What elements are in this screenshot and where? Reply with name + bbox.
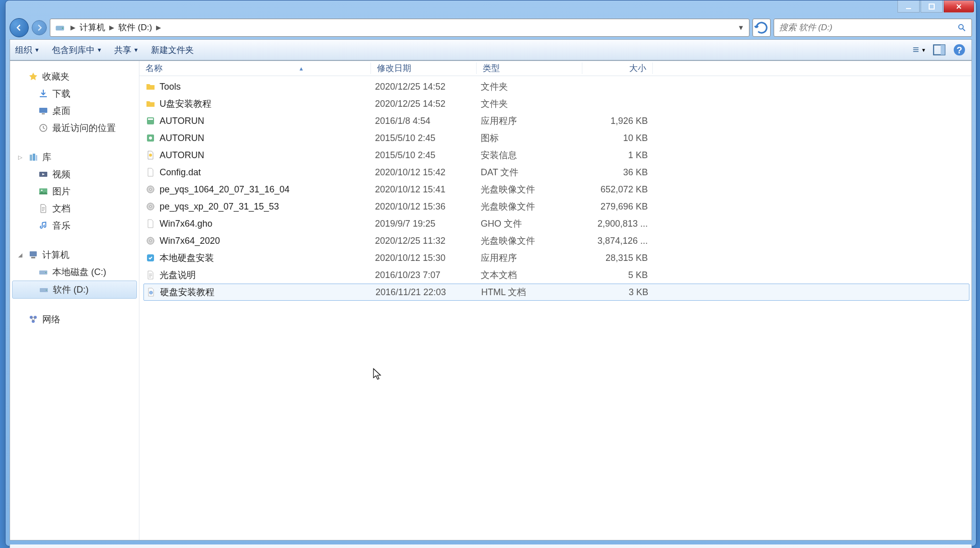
file-date-cell: 2020/10/12 15:36 xyxy=(375,201,481,212)
minimize-button[interactable] xyxy=(897,1,920,13)
maximize-button[interactable] xyxy=(921,1,943,13)
sidebar-item-pictures[interactable]: 图片 xyxy=(10,183,139,200)
file-row[interactable]: 本地硬盘安装2020/10/12 15:30应用程序28,315 KB xyxy=(139,249,971,266)
file-name-label: pe_yqs_xp_20_07_31_15_53 xyxy=(160,201,279,212)
file-row[interactable]: 光盘说明2016/10/23 7:07文本文档5 KB xyxy=(139,266,971,284)
close-button[interactable] xyxy=(944,1,974,13)
file-row[interactable]: Win7x64.gho2019/9/7 19:25GHO 文件2,900,813… xyxy=(139,215,971,232)
sidebar-computer[interactable]: ◢计算机 xyxy=(10,246,139,263)
column-header-name[interactable]: 名称▲ xyxy=(139,62,371,74)
svg-point-34 xyxy=(149,136,152,140)
file-date-cell: 2020/12/25 11:32 xyxy=(375,236,481,246)
share-button[interactable]: 共享▼ xyxy=(114,44,139,56)
file-type-cell: 光盘映像文件 xyxy=(481,200,586,213)
file-type-icon xyxy=(145,167,156,177)
svg-text:?: ? xyxy=(956,45,962,55)
file-list[interactable]: Tools2020/12/25 14:52文件夹U盘安装教程2020/12/25… xyxy=(139,76,971,540)
file-name-cell: Win7x64_2020 xyxy=(145,236,375,246)
svg-rect-0 xyxy=(906,8,911,9)
file-size-cell: 279,696 KB xyxy=(586,201,657,212)
address-bar[interactable]: ▶ 计算机 ▶ 软件 (D:) ▶ ▾ xyxy=(50,19,749,37)
sidebar-item-documents[interactable]: 文档 xyxy=(10,200,139,217)
sidebar-item-music[interactable]: 音乐 xyxy=(10,217,139,234)
search-input[interactable] xyxy=(779,23,957,33)
search-box[interactable] xyxy=(774,19,972,37)
svg-rect-7 xyxy=(913,49,919,50)
file-type-cell: 应用程序 xyxy=(481,115,586,127)
file-size-cell: 28,315 KB xyxy=(586,253,657,263)
file-type-cell: 文件夹 xyxy=(481,98,586,110)
file-date-cell: 2015/5/10 2:45 xyxy=(375,133,481,144)
file-row[interactable]: AUTORUN2015/5/10 2:45安装信息1 KB xyxy=(139,147,971,164)
preview-pane-button[interactable] xyxy=(932,43,946,57)
file-row[interactable]: AUTORUN2016/1/8 4:54应用程序1,926 KB xyxy=(139,112,971,129)
svg-point-35 xyxy=(149,154,152,157)
file-type-icon xyxy=(146,287,156,297)
back-button[interactable] xyxy=(10,18,29,37)
content-area: 收藏夹 下载 桌面 最近访问的位置 ▷库 视频 图片 文档 音乐 ◢计算机 本地… xyxy=(10,60,972,540)
svg-point-27 xyxy=(46,290,47,291)
breadcrumb-drive[interactable]: 软件 (D:) xyxy=(117,20,153,35)
file-size-cell: 2,900,813 ... xyxy=(586,219,657,229)
file-row[interactable]: U盘安装教程2020/12/25 14:52文件夹 xyxy=(139,95,971,112)
file-row[interactable]: Win7x64_20202020/12/25 11:32光盘映像文件3,874,… xyxy=(139,232,971,249)
address-dropdown-icon[interactable]: ▾ xyxy=(735,23,747,32)
file-row[interactable]: Tools2020/12/25 14:52文件夹 xyxy=(139,78,971,95)
svg-rect-6 xyxy=(913,47,919,48)
sidebar-network[interactable]: 网络 xyxy=(10,311,139,328)
file-type-icon xyxy=(145,82,156,92)
file-row[interactable]: Config.dat2020/10/12 15:42DAT 文件36 KB xyxy=(139,164,971,181)
sidebar-item-drive-c[interactable]: 本地磁盘 (C:) xyxy=(10,263,139,281)
view-mode-button[interactable]: ▼ xyxy=(912,43,926,57)
sidebar-item-desktop[interactable]: 桌面 xyxy=(10,102,139,119)
file-name-cell: 硬盘安装教程 xyxy=(146,286,375,298)
column-header-type[interactable]: 类型 xyxy=(477,62,582,74)
file-date-cell: 2016/1/8 4:54 xyxy=(375,116,481,126)
svg-rect-13 xyxy=(39,108,47,113)
sidebar-item-recent[interactable]: 最近访问的位置 xyxy=(10,119,139,136)
column-headers: 名称▲ 修改日期 类型 大小 xyxy=(139,61,971,76)
file-size-cell: 10 KB xyxy=(586,133,657,144)
sidebar-item-videos[interactable]: 视频 xyxy=(10,166,139,183)
file-size-cell: 652,072 KB xyxy=(586,184,657,195)
file-date-cell: 2020/10/12 15:41 xyxy=(375,184,481,195)
new-folder-button[interactable]: 新建文件夹 xyxy=(151,44,194,56)
svg-point-3 xyxy=(62,27,63,29)
file-name-cell: pe_yqs_xp_20_07_31_15_53 xyxy=(145,201,375,212)
expand-icon: ◢ xyxy=(18,252,22,258)
file-date-cell: 2015/5/10 2:45 xyxy=(375,150,481,161)
breadcrumb-computer[interactable]: 计算机 xyxy=(79,20,106,35)
file-name-label: 硬盘安装教程 xyxy=(160,286,214,298)
file-name-cell: pe_yqs_1064_20_07_31_16_04 xyxy=(145,184,375,195)
sidebar-favorites[interactable]: 收藏夹 xyxy=(10,68,139,85)
sidebar-libraries[interactable]: ▷库 xyxy=(10,149,139,166)
file-row[interactable]: pe_yqs_1064_20_07_31_16_042020/10/12 15:… xyxy=(139,181,971,198)
sidebar-item-drive-d[interactable]: 软件 (D:) xyxy=(12,281,137,299)
navigation-bar: ▶ 计算机 ▶ 软件 (D:) ▶ ▾ xyxy=(10,16,972,39)
column-header-size[interactable]: 大小 xyxy=(582,62,653,74)
file-type-icon xyxy=(145,270,156,280)
column-header-date[interactable]: 修改日期 xyxy=(371,62,477,74)
file-name-label: pe_yqs_1064_20_07_31_16_04 xyxy=(160,184,289,195)
file-name-label: Config.dat xyxy=(160,167,201,178)
file-size-cell: 36 KB xyxy=(586,167,657,178)
sidebar-item-downloads[interactable]: 下载 xyxy=(10,85,139,102)
forward-button[interactable] xyxy=(32,20,47,35)
organize-button[interactable]: 组织▼ xyxy=(15,44,40,56)
file-type-icon xyxy=(145,236,156,246)
file-row[interactable]: 硬盘安装教程2016/11/21 22:03HTML 文档3 KB xyxy=(143,284,969,301)
file-name-cell: U盘安装教程 xyxy=(145,98,375,110)
file-row[interactable]: AUTORUN2015/5/10 2:45图标10 KB xyxy=(139,129,971,147)
refresh-button[interactable] xyxy=(752,19,771,37)
file-name-label: 本地硬盘安装 xyxy=(160,252,214,264)
file-name-label: AUTORUN xyxy=(160,116,204,126)
file-row[interactable]: pe_yqs_xp_20_07_31_15_532020/10/12 15:36… xyxy=(139,198,971,215)
help-button[interactable]: ? xyxy=(952,43,966,57)
file-type-icon xyxy=(145,253,156,263)
file-date-cell: 2016/11/21 22:03 xyxy=(375,287,481,298)
file-size-cell: 1,926 KB xyxy=(586,116,657,126)
file-date-cell: 2019/9/7 19:25 xyxy=(375,219,481,229)
svg-rect-8 xyxy=(913,51,919,52)
include-library-button[interactable]: 包含到库中▼ xyxy=(52,44,102,56)
file-size-cell: 1 KB xyxy=(586,150,657,161)
